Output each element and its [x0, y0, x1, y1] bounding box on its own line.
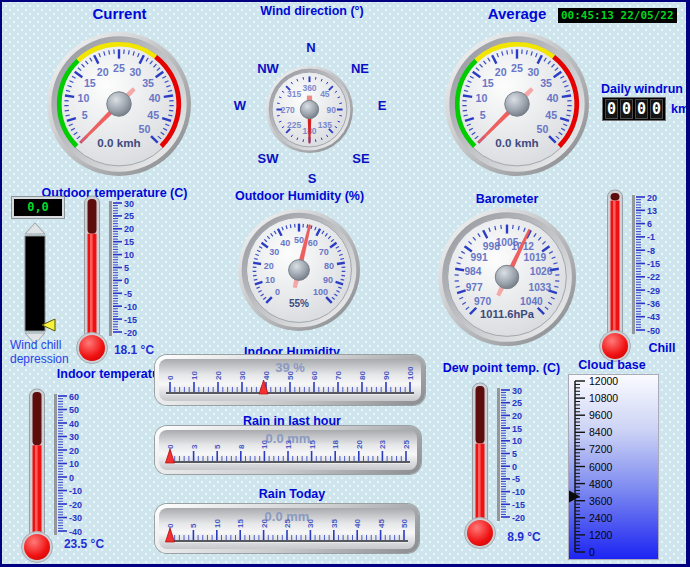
gauge-face: 39 % 0102030405060708090100	[159, 359, 421, 401]
svg-text:50: 50	[286, 371, 295, 380]
svg-text:315: 315	[287, 89, 301, 99]
cardinal-e: E	[378, 98, 387, 113]
svg-text:-10: -10	[512, 487, 525, 497]
svg-text:2400: 2400	[589, 512, 613, 524]
svg-text:4800: 4800	[589, 478, 613, 490]
svg-text:0: 0	[589, 546, 595, 558]
wind-chill-label-2: depression	[10, 352, 69, 366]
outdoor-temp-value: 18.1 °C	[104, 343, 164, 357]
svg-text:-30: -30	[69, 513, 82, 523]
svg-text:8400: 8400	[589, 426, 613, 438]
svg-text:977: 977	[466, 282, 483, 293]
svg-text:5: 5	[189, 523, 198, 528]
svg-text:-15: -15	[124, 315, 137, 325]
wind-chill-depression-slider[interactable]	[17, 221, 57, 347]
svg-text:20: 20	[647, 193, 657, 203]
svg-text:0: 0	[512, 462, 517, 472]
svg-text:20: 20	[512, 411, 522, 421]
svg-text:-15: -15	[512, 500, 525, 510]
svg-text:1026: 1026	[530, 266, 553, 277]
svg-text:1019: 1019	[524, 252, 547, 263]
svg-text:60: 60	[69, 392, 79, 402]
svg-text:23: 23	[378, 440, 387, 449]
svg-text:5: 5	[480, 109, 486, 121]
svg-text:60: 60	[310, 371, 319, 380]
svg-text:-8: -8	[647, 246, 655, 256]
svg-text:30: 30	[69, 432, 79, 442]
svg-text:15: 15	[308, 440, 317, 449]
svg-text:-50: -50	[647, 326, 660, 336]
odometer-unit: km	[671, 102, 689, 116]
svg-text:45: 45	[320, 89, 330, 99]
svg-text:1200: 1200	[589, 529, 613, 541]
svg-text:35: 35	[330, 519, 339, 528]
outdoor-temp-thermometer: 302520151050-5-10-15-20	[77, 195, 159, 367]
svg-text:-15: -15	[647, 259, 660, 269]
wind-direction-compass: 3604590135180225270315	[265, 65, 354, 154]
svg-text:10: 10	[260, 440, 269, 449]
cloud-base-ticks: 1200010800960084007200600048003600240012…	[569, 375, 658, 559]
svg-text:40: 40	[149, 92, 161, 104]
svg-text:360: 360	[302, 83, 316, 93]
dew-point-title: Dew point temp. (C)	[434, 361, 569, 375]
svg-text:135: 135	[318, 120, 332, 130]
svg-text:0: 0	[124, 276, 129, 286]
wind-speed-average-gauge: 51015202530354045500.0 kmh	[444, 31, 590, 177]
svg-text:40: 40	[69, 419, 79, 429]
svg-text:0: 0	[166, 523, 175, 528]
svg-text:5: 5	[124, 263, 129, 273]
svg-text:-5: -5	[512, 474, 520, 484]
svg-text:50: 50	[400, 519, 409, 528]
cardinal-n: N	[306, 40, 315, 55]
svg-text:1011.6hPa: 1011.6hPa	[480, 308, 535, 320]
svg-text:45: 45	[147, 109, 159, 121]
rain-today-title: Rain Today	[177, 487, 407, 501]
svg-text:30: 30	[238, 371, 247, 380]
svg-text:0: 0	[166, 444, 175, 449]
svg-text:3: 3	[190, 444, 199, 449]
svg-text:10800: 10800	[589, 392, 618, 404]
svg-text:30: 30	[306, 519, 315, 528]
svg-text:10: 10	[512, 436, 522, 446]
cardinal-sw: SW	[258, 151, 279, 166]
svg-text:0.0 kmh: 0.0 kmh	[495, 136, 538, 149]
svg-text:-10: -10	[69, 486, 82, 496]
svg-text:20: 20	[124, 224, 134, 234]
svg-text:20: 20	[355, 440, 364, 449]
svg-text:-5: -5	[124, 289, 132, 299]
svg-text:5: 5	[82, 109, 88, 121]
svg-text:18: 18	[331, 440, 340, 449]
svg-text:7200: 7200	[589, 443, 613, 455]
svg-text:40: 40	[262, 371, 271, 380]
barometer-title: Barometer	[432, 192, 582, 206]
svg-text:-22: -22	[647, 272, 660, 282]
svg-text:10: 10	[213, 519, 222, 528]
svg-text:20: 20	[97, 66, 109, 78]
chill-label: Chill	[636, 341, 688, 355]
svg-text:6000: 6000	[589, 461, 613, 473]
svg-text:15: 15	[124, 237, 134, 247]
svg-text:30: 30	[124, 199, 134, 209]
svg-text:25: 25	[512, 398, 522, 408]
daily-windrun-odometer: 0 0 0 0 km	[602, 97, 689, 121]
cardinal-w: W	[234, 98, 246, 113]
svg-text:5: 5	[512, 449, 517, 459]
odometer-digit: 0	[605, 99, 618, 119]
wind-speed-current-gauge: 51015202530354045500.0 kmh	[46, 31, 192, 177]
svg-text:15: 15	[236, 519, 245, 528]
svg-text:45: 45	[545, 109, 557, 121]
svg-text:10: 10	[190, 371, 199, 380]
outdoor-humidity-gauge: 010203040506070809010055%	[237, 208, 361, 332]
gauge-face: 0.0 mm 035810131518202325	[159, 430, 417, 470]
svg-text:100: 100	[406, 366, 415, 380]
svg-text:20: 20	[69, 446, 79, 456]
gauge-scale: 05101520253035404550	[162, 513, 412, 547]
svg-text:-20: -20	[124, 328, 137, 338]
svg-text:13: 13	[284, 440, 293, 449]
svg-text:-20: -20	[512, 513, 525, 523]
svg-text:50: 50	[139, 123, 151, 135]
svg-text:80: 80	[358, 371, 367, 380]
svg-text:15: 15	[482, 77, 494, 89]
svg-text:984: 984	[464, 266, 481, 277]
svg-text:10: 10	[265, 275, 275, 285]
